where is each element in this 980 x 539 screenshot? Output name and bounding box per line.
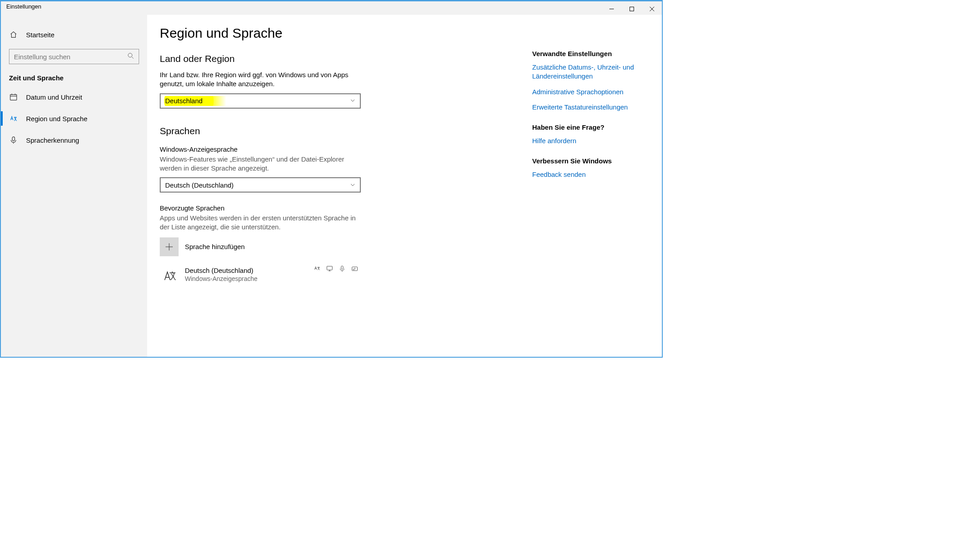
svg-rect-13 [327,266,332,270]
display-icon [326,265,333,272]
svg-rect-6 [10,95,17,101]
region-dropdown[interactable]: Deutschland [160,93,361,109]
handwriting-icon [351,265,358,272]
sidebar-item-date-time[interactable]: Datum und Uhrzeit [1,86,147,108]
display-language-label: Windows-Anzeigesprache [160,145,447,153]
window-title: Einstellungen [1,3,41,10]
sidebar-home-label: Startseite [26,31,54,39]
display-language-value: Deutsch (Deutschland) [165,181,234,189]
language-sublabel: Windows-Anzeigesprache [185,275,258,283]
svg-rect-16 [341,266,343,270]
chevron-down-icon [350,97,355,105]
titlebar: Einstellungen [1,1,662,15]
svg-rect-10 [12,137,14,141]
region-dropdown-value: Deutschland [165,97,202,105]
region-desc: Ihr Land bzw. Ihre Region wird ggf. von … [160,70,357,89]
language-glyph-icon [160,266,179,285]
related-settings-heading: Verwandte Einstellungen [532,50,662,57]
page-title: Region und Sprache [160,26,447,41]
close-button[interactable] [642,3,662,15]
sidebar-category: Zeit und Sprache [1,70,147,86]
sidebar: Startseite Zeit und Sprache Datum und Uh [1,15,147,357]
search-icon [127,53,134,61]
link-feedback[interactable]: Feedback senden [532,170,640,179]
svg-point-4 [128,53,132,57]
languages-heading: Sprachen [160,126,447,136]
language-name: Deutsch (Deutschland) [185,266,258,275]
speech-icon [338,265,346,272]
home-icon [9,30,18,39]
add-language-label: Sprache hinzufügen [185,243,245,250]
region-heading: Land oder Region [160,53,447,64]
sidebar-home[interactable]: Startseite [1,24,147,45]
preferred-languages-label: Bevorzugte Sprachen [160,204,447,212]
right-panel: Verwandte Einstellungen Zusätzliche Datu… [447,26,662,357]
minimize-button[interactable] [601,3,621,15]
maximize-button[interactable] [621,3,642,15]
sidebar-item-label: Region und Sprache [26,115,88,123]
sidebar-item-label: Spracherkennung [26,136,79,144]
link-get-help[interactable]: Hilfe anfordern [532,136,640,145]
calendar-icon [9,92,18,101]
sidebar-item-speech[interactable]: Spracherkennung [1,129,147,151]
svg-rect-17 [352,267,357,271]
search-input-wrapper[interactable] [9,49,139,64]
search-input[interactable] [14,53,127,61]
plus-icon [160,237,179,256]
display-language-desc: Windows-Features wie „Einstellungen“ und… [160,155,357,173]
add-language-button[interactable]: Sprache hinzufügen [160,237,361,256]
chevron-down-icon [350,181,355,189]
svg-line-5 [132,57,134,59]
link-additional-date-time-region[interactable]: Zusätzliche Datums-, Uhrzeit- und Länder… [532,63,640,81]
svg-rect-1 [630,7,634,11]
display-language-dropdown[interactable]: Deutsch (Deutschland) [160,177,361,193]
sidebar-item-label: Datum und Uhrzeit [26,93,82,101]
text-to-speech-icon [313,265,320,272]
link-admin-language-options[interactable]: Administrative Sprachoptionen [532,88,640,96]
microphone-icon [9,136,18,145]
improve-heading: Verbessern Sie Windows [532,157,662,165]
help-heading: Haben Sie eine Frage? [532,123,662,131]
language-list-item[interactable]: Deutsch (Deutschland) Windows-Anzeigespr… [160,266,361,285]
sidebar-item-region-language[interactable]: Region und Sprache [1,108,147,129]
language-icon [9,114,18,123]
link-advanced-keyboard[interactable]: Erweiterte Tastatureinstellungen [532,103,640,112]
preferred-languages-desc: Apps und Websites werden in der ersten u… [160,214,366,232]
